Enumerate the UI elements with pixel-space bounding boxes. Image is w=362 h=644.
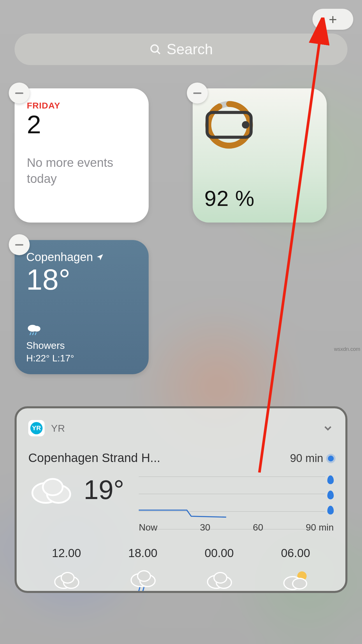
search-icon [149,43,161,55]
hour-label: 00.00 [205,547,234,560]
cloud-icon [205,568,234,592]
partly-sunny-icon [281,568,310,592]
raindrop-icon [327,475,334,484]
svg-point-19 [138,571,150,581]
chevron-down-icon[interactable] [322,422,334,434]
battery-percent: 92 % [204,186,315,211]
svg-line-20 [139,587,140,591]
svg-line-8 [30,332,31,335]
axis-tick: Now [139,522,157,533]
svg-point-0 [151,45,158,52]
watermark: wsxdn.com [334,346,360,352]
svg-point-7 [33,326,40,332]
cloud-icon [28,474,75,506]
remove-widget-button[interactable] [9,234,30,255]
today-view-screen: + Search FRIDAY 2 No more events today [0,0,362,644]
location-arrow-icon [96,253,104,261]
weather-city: Copenhagen [26,251,93,264]
axis-tick: 30 [200,522,210,533]
weather-hi-lo: H:22° L:17° [26,353,138,364]
precip-series [139,506,226,523]
calendar-day-label: FRIDAY [27,101,136,111]
svg-line-21 [143,587,144,591]
raindrop-icon [327,506,334,514]
search-field[interactable]: Search [15,34,347,65]
hour-label: 12.00 [52,547,81,560]
weather-temp: 18° [26,265,138,294]
calendar-date: 2 [27,112,136,137]
svg-line-1 [157,51,160,54]
svg-point-27 [293,578,307,589]
calendar-events-text: No more events today [27,155,136,187]
weather-widget[interactable]: Copenhagen 18° Showers H:22° L:17° [15,240,149,374]
cloud-icon [52,568,81,592]
calendar-widget[interactable]: FRIDAY 2 No more events today [15,88,149,223]
hour-label: 18.00 [128,547,157,560]
battery-widget[interactable]: 92 % [193,88,327,223]
showers-icon [26,323,42,336]
svg-line-10 [35,332,36,335]
battery-ring [204,100,254,150]
yr-precip-chart: Now 30 60 90 min [139,477,334,529]
phone-icon [204,100,254,150]
svg-point-13 [43,479,63,495]
yr-app-name: YR [51,423,65,434]
add-widget-button[interactable]: + [312,9,353,30]
raindrop-icon [327,491,334,499]
yr-next-min-label: 90 min [290,452,323,465]
yr-temp: 19° [84,475,124,505]
yr-widget[interactable]: YR YR Copenhagen Strand H... 90 min [15,406,347,593]
svg-point-5 [243,123,248,127]
axis-tick: 60 [253,522,263,533]
search-placeholder: Search [167,41,213,58]
yr-app-icon: YR [28,420,45,436]
weather-condition: Showers [26,340,138,351]
cloud-rain-icon [128,568,157,592]
live-indicator-icon [328,456,334,461]
plus-icon: + [329,11,337,27]
remove-widget-button[interactable] [9,83,30,104]
hour-label: 06.00 [281,547,310,560]
axis-tick: 90 min [306,522,334,533]
svg-point-24 [214,573,227,583]
svg-point-16 [61,573,74,583]
yr-location: Copenhagen Strand H... [28,451,160,465]
svg-line-9 [33,332,34,335]
